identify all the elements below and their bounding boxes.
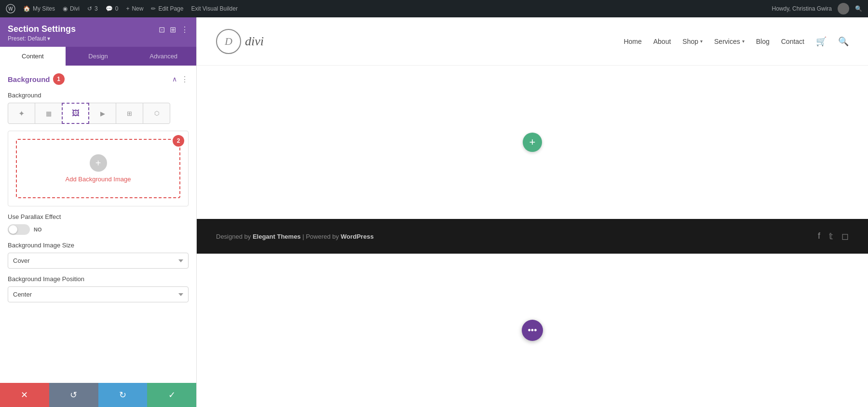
site-extra-area: ••• [197, 254, 868, 407]
bg-type-color[interactable]: ✦ [8, 103, 35, 124]
save-icon: ✓ [168, 390, 176, 400]
svg-text:W: W [8, 6, 13, 12]
menu-item-contact[interactable]: Contact [781, 38, 804, 45]
cart-icon[interactable]: 🛒 [816, 36, 827, 47]
mask-icon: ⬡ [154, 110, 159, 117]
image-size-select[interactable]: Cover Contain Auto [8, 253, 189, 269]
section-settings-panel: Section Settings Preset: Default ▾ ⊡ ⊞ ⋮… [0, 17, 197, 407]
badge-1: 1 [53, 73, 65, 85]
facebook-icon[interactable]: f [818, 231, 820, 242]
menu-item-blog[interactable]: Blog [756, 38, 770, 45]
panel-title: Section Settings [8, 24, 76, 34]
wp-logo[interactable]: W [6, 4, 15, 14]
site-preview: D divi Home About Shop ▾ Services ▾ [197, 17, 868, 407]
add-image-label: Add Background Image [66, 176, 131, 183]
admin-search-icon[interactable]: 🔍 [855, 5, 862, 12]
bg-type-mask[interactable]: ⬡ [143, 103, 170, 124]
section-menu-icon[interactable]: ⋮ [181, 75, 189, 84]
my-sites-btn[interactable]: 🏠 My Sites [23, 5, 55, 12]
avatar [838, 3, 849, 14]
main-layout: Section Settings Preset: Default ▾ ⊡ ⊞ ⋮… [0, 17, 868, 407]
section-header-right: ∧ ⋮ [172, 75, 189, 84]
menu-item-shop[interactable]: Shop ▾ [682, 38, 703, 45]
menu-item-home[interactable]: Home [624, 38, 641, 45]
background-field-row: Background ✦ ▦ 🖼 ▶ [8, 92, 189, 124]
admin-bar: W 🏠 My Sites ◉ Divi ↺ 3 💬 0 + New ✏ Edit… [0, 0, 868, 17]
undo-icon: ↺ [70, 390, 77, 400]
redo-button[interactable]: ↻ [98, 383, 148, 407]
sites-icon: 🏠 [23, 5, 30, 12]
parallax-field-group: Use Parallax Effect NO [0, 213, 196, 242]
collapse-icon[interactable]: ∧ [172, 75, 177, 83]
gradient-icon: ▦ [46, 110, 52, 117]
parallax-toggle[interactable] [8, 224, 30, 235]
badge-2: 2 [173, 135, 184, 147]
section-title-row: Background 1 [8, 73, 65, 85]
pattern-icon: ⊞ [127, 110, 132, 117]
site-menu: Home About Shop ▾ Services ▾ Blog Contac [624, 36, 849, 47]
expand-icon[interactable]: ⊞ [170, 25, 176, 34]
panel-content: Background 1 ∧ ⋮ Background ✦ [0, 66, 196, 383]
more-options-icon[interactable]: ⋮ [181, 25, 189, 34]
panel-tabs: Content Design Advanced [0, 47, 196, 66]
site-content: + Designed by Elegant Themes | Powered b… [197, 66, 868, 407]
tab-advanced[interactable]: Advanced [131, 47, 196, 66]
instagram-icon[interactable]: ◻ [841, 231, 849, 242]
toggle-row: NO [8, 224, 189, 235]
search-icon[interactable]: 🔍 [838, 36, 849, 47]
undo-button[interactable]: ↺ [49, 383, 98, 407]
video-icon: ▶ [100, 110, 105, 117]
site-logo: D divi [216, 29, 264, 54]
bg-type-gradient[interactable]: ▦ [35, 103, 62, 124]
comment-icon: 💬 [106, 5, 113, 12]
refresh-icon: ↺ [87, 5, 92, 12]
parallax-value: NO [34, 227, 42, 232]
shop-dropdown-icon: ▾ [700, 39, 703, 44]
services-dropdown-icon: ▾ [742, 39, 745, 44]
twitter-icon[interactable]: 𝕥 [829, 231, 833, 242]
footer-text: Designed by Elegant Themes | Powered by … [216, 233, 374, 240]
image-position-label: Background Image Position [8, 275, 189, 283]
site-footer: Designed by Elegant Themes | Powered by … [197, 219, 868, 254]
howdy-text: Howdy, Christina Gwira [772, 5, 832, 12]
bottom-toolbar: ✕ ↺ ↻ ✓ [0, 383, 196, 407]
plus-icon: + [126, 5, 129, 12]
background-field-label: Background [8, 92, 189, 99]
new-btn[interactable]: + New [126, 5, 143, 12]
comments-btn[interactable]: 💬 0 [106, 5, 119, 12]
section-header: Background 1 ∧ ⋮ [8, 73, 189, 85]
bg-type-pattern[interactable]: ⊞ [116, 103, 143, 124]
image-position-select[interactable]: Center Top Left Top Center Top Right Bot… [8, 286, 189, 302]
floating-action-button[interactable]: ••• [522, 320, 543, 341]
tab-design[interactable]: Design [66, 47, 131, 66]
logo-text: divi [245, 34, 264, 49]
menu-item-about[interactable]: About [653, 38, 671, 45]
site-nav: D divi Home About Shop ▾ Services ▾ [197, 17, 868, 66]
minimize-icon[interactable]: ⊡ [159, 25, 165, 34]
section-title: Background [8, 75, 50, 83]
menu-item-services[interactable]: Services ▾ [714, 38, 745, 45]
panel-header-icons: ⊡ ⊞ ⋮ [159, 25, 189, 34]
exit-builder-btn[interactable]: Exit Visual Builder [191, 5, 238, 12]
empty-section: + [197, 66, 868, 219]
divi-icon: ◉ [63, 5, 68, 12]
save-button[interactable]: ✓ [147, 383, 196, 407]
bg-type-video[interactable]: ▶ [89, 103, 116, 124]
image-icon: 🖼 [72, 109, 80, 118]
tab-content[interactable]: Content [0, 47, 66, 66]
image-size-label: Background Image Size [8, 242, 189, 249]
image-upload-target[interactable]: 2 + Add Background Image [16, 139, 180, 198]
divi-btn[interactable]: ◉ Divi [63, 5, 80, 12]
cancel-button[interactable]: ✕ [0, 383, 49, 407]
image-position-field-group: Background Image Position Center Top Lef… [0, 275, 196, 309]
counter-btn[interactable]: ↺ 3 [87, 5, 98, 12]
bg-type-row: ✦ ▦ 🖼 ▶ ⊞ [8, 103, 189, 124]
footer-social: f 𝕥 ◻ [818, 231, 849, 242]
admin-bar-right: Howdy, Christina Gwira 🔍 [772, 3, 862, 14]
bg-type-image[interactable]: 🖼 [62, 103, 89, 124]
cancel-icon: ✕ [21, 390, 28, 400]
edit-page-btn[interactable]: ✏ Edit Page [151, 5, 183, 12]
parallax-label: Use Parallax Effect [8, 213, 189, 220]
add-section-button[interactable]: + [523, 133, 542, 152]
pencil-icon: ✏ [151, 5, 156, 12]
